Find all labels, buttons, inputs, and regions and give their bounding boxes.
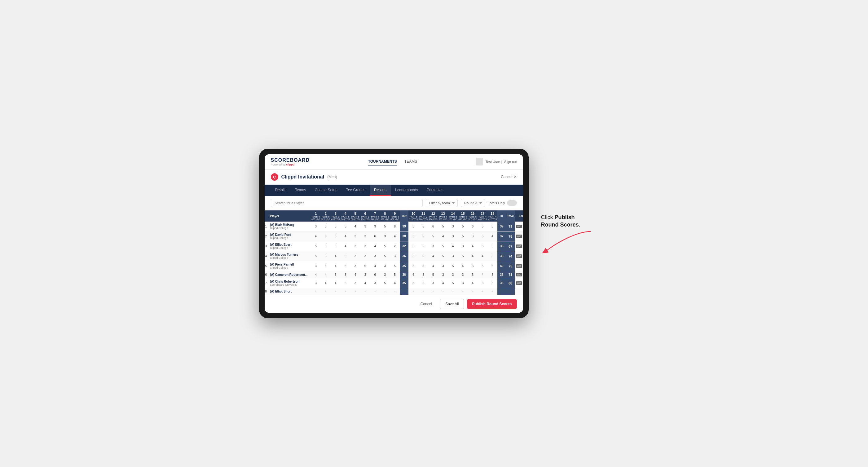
- score-hole-14[interactable]: 4: [448, 241, 458, 251]
- score-hole-5[interactable]: -: [350, 288, 361, 295]
- score-hole-5[interactable]: 3: [350, 261, 361, 271]
- score-hole-7[interactable]: 3: [370, 251, 380, 261]
- score-hole-6[interactable]: 3: [361, 241, 370, 251]
- score-hole-16[interactable]: 4: [468, 251, 477, 261]
- score-hole-3[interactable]: 3: [331, 231, 341, 241]
- score-hole-13[interactable]: -: [438, 288, 448, 295]
- score-hole-6[interactable]: 5: [361, 261, 370, 271]
- score-hole-12[interactable]: 3: [428, 278, 438, 288]
- tab-leaderboards[interactable]: Leaderboards: [391, 185, 423, 196]
- score-hole-1[interactable]: 4: [311, 231, 321, 241]
- score-hole-17[interactable]: 4: [477, 271, 488, 278]
- round-select[interactable]: Round 3: [461, 199, 485, 207]
- score-hole-18[interactable]: -: [488, 288, 497, 295]
- score-hole-6[interactable]: 4: [361, 278, 370, 288]
- score-hole-15[interactable]: 4: [458, 261, 468, 271]
- score-hole-2[interactable]: 3: [321, 241, 331, 251]
- filter-team-select[interactable]: Filter by team: [426, 199, 458, 207]
- score-hole-16[interactable]: 4: [468, 241, 477, 251]
- score-hole-9[interactable]: -: [390, 288, 400, 295]
- score-hole-2[interactable]: 4: [321, 278, 331, 288]
- score-hole-12[interactable]: -: [428, 288, 438, 295]
- score-hole-9[interactable]: 4: [390, 278, 400, 288]
- score-hole-11[interactable]: 5: [418, 222, 428, 231]
- score-hole-18[interactable]: 6: [488, 261, 497, 271]
- nav-tournaments[interactable]: TOURNAMENTS: [368, 158, 397, 165]
- score-hole-16[interactable]: 5: [468, 271, 477, 278]
- score-hole-5[interactable]: 3: [350, 231, 361, 241]
- score-hole-7[interactable]: 3: [370, 278, 380, 288]
- score-hole-10[interactable]: 6: [408, 271, 418, 278]
- tab-teams[interactable]: Teams: [291, 185, 310, 196]
- search-input[interactable]: [271, 199, 423, 207]
- score-hole-3[interactable]: 5: [331, 271, 341, 278]
- score-hole-3[interactable]: 4: [331, 278, 341, 288]
- score-hole-4[interactable]: 5: [341, 278, 350, 288]
- tab-course-setup[interactable]: Course Setup: [311, 185, 342, 196]
- score-hole-2[interactable]: 4: [321, 271, 331, 278]
- score-hole-4[interactable]: 5: [341, 251, 350, 261]
- score-hole-6[interactable]: 3: [361, 271, 370, 278]
- score-hole-18[interactable]: 3: [488, 222, 497, 231]
- tab-printables[interactable]: Printables: [423, 185, 447, 196]
- score-hole-13[interactable]: 3: [438, 261, 448, 271]
- score-hole-8[interactable]: 5: [380, 222, 390, 231]
- score-hole-14[interactable]: 5: [448, 278, 458, 288]
- score-hole-14[interactable]: 3: [448, 231, 458, 241]
- score-hole-13[interactable]: 5: [438, 251, 448, 261]
- score-hole-15[interactable]: -: [458, 288, 468, 295]
- score-hole-11[interactable]: 5: [418, 261, 428, 271]
- score-hole-3[interactable]: 4: [331, 261, 341, 271]
- score-hole-12[interactable]: 3: [428, 241, 438, 251]
- score-hole-17[interactable]: 3: [477, 278, 488, 288]
- score-hole-15[interactable]: 3: [458, 241, 468, 251]
- score-hole-1[interactable]: 3: [311, 261, 321, 271]
- score-hole-4[interactable]: 5: [341, 261, 350, 271]
- score-hole-11[interactable]: 5: [418, 231, 428, 241]
- score-hole-8[interactable]: 5: [380, 251, 390, 261]
- score-hole-11[interactable]: 5: [418, 251, 428, 261]
- score-hole-16[interactable]: 3: [468, 261, 477, 271]
- score-hole-14[interactable]: -: [448, 288, 458, 295]
- score-hole-9[interactable]: 5: [390, 271, 400, 278]
- score-hole-8[interactable]: 3: [380, 231, 390, 241]
- totals-toggle-switch[interactable]: [507, 200, 517, 206]
- score-hole-2[interactable]: 3: [321, 251, 331, 261]
- score-hole-10[interactable]: 3: [408, 222, 418, 231]
- score-hole-4[interactable]: -: [341, 288, 350, 295]
- label-wd[interactable]: WD: [516, 235, 522, 238]
- score-hole-10[interactable]: 3: [408, 231, 418, 241]
- score-hole-3[interactable]: 4: [331, 251, 341, 261]
- score-hole-9[interactable]: 5: [390, 261, 400, 271]
- score-hole-15[interactable]: 5: [458, 251, 468, 261]
- score-hole-18[interactable]: 3: [488, 251, 497, 261]
- score-hole-2[interactable]: -: [321, 288, 331, 295]
- score-hole-13[interactable]: 3: [438, 271, 448, 278]
- score-hole-10[interactable]: 5: [408, 261, 418, 271]
- score-hole-3[interactable]: 3: [331, 241, 341, 251]
- tab-details[interactable]: Details: [271, 185, 291, 196]
- score-hole-16[interactable]: 4: [468, 278, 477, 288]
- score-hole-7[interactable]: 6: [370, 271, 380, 278]
- score-hole-6[interactable]: -: [361, 288, 370, 295]
- score-hole-10[interactable]: -: [408, 288, 418, 295]
- score-hole-5[interactable]: 3: [350, 278, 361, 288]
- label-wd[interactable]: WD: [516, 225, 522, 228]
- score-hole-13[interactable]: 4: [438, 231, 448, 241]
- score-hole-18[interactable]: 3: [488, 271, 497, 278]
- score-hole-11[interactable]: 5: [418, 278, 428, 288]
- score-hole-7[interactable]: 6: [370, 231, 380, 241]
- score-hole-8[interactable]: -: [380, 288, 390, 295]
- score-hole-6[interactable]: 3: [361, 222, 370, 231]
- label-wd[interactable]: WD: [516, 281, 522, 285]
- score-hole-14[interactable]: 3: [448, 222, 458, 231]
- label-wd[interactable]: WD: [516, 273, 522, 276]
- score-hole-7[interactable]: 4: [370, 241, 380, 251]
- footer-cancel-button[interactable]: Cancel: [415, 299, 437, 309]
- score-hole-3[interactable]: -: [331, 288, 341, 295]
- score-hole-16[interactable]: 3: [468, 231, 477, 241]
- score-hole-12[interactable]: 6: [428, 222, 438, 231]
- score-hole-8[interactable]: 3: [380, 271, 390, 278]
- score-hole-14[interactable]: 3: [448, 271, 458, 278]
- score-hole-16[interactable]: 6: [468, 222, 477, 231]
